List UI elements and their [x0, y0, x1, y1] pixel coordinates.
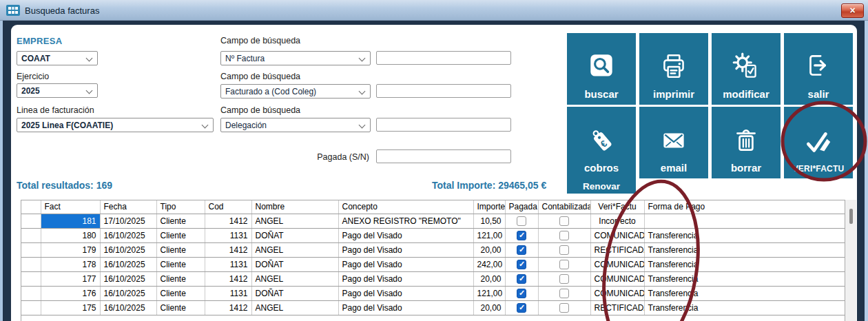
cell-concepto[interactable]: Pago del Visado: [338, 271, 473, 286]
cell-cod[interactable]: 1412: [205, 271, 251, 286]
cell-verifactu[interactable]: COMUNICADA: [590, 257, 644, 271]
cell-tipo[interactable]: Cliente: [156, 242, 205, 257]
contabilizada-checkbox[interactable]: [559, 260, 569, 269]
column-header-pagada[interactable]: Pagada: [505, 200, 538, 214]
ejercicio-select[interactable]: 2025: [17, 83, 98, 98]
column-header-forma-de-pago[interactable]: Forma de Pago: [644, 200, 845, 214]
campo-busqueda-input-3[interactable]: [376, 118, 511, 132]
pagada-checkbox[interactable]: [517, 274, 526, 284]
pagada-checkbox[interactable]: [517, 231, 526, 240]
cell-cod[interactable]: 1412: [205, 300, 251, 315]
column-header-nombre[interactable]: Nombre: [251, 200, 338, 214]
salir-button[interactable]: salir: [784, 33, 853, 105]
cell-fecha[interactable]: 17/10/2025: [100, 214, 156, 228]
cell-fact[interactable]: 180: [41, 228, 100, 242]
cell-importe[interactable]: 20,00: [473, 242, 505, 257]
cell-contabilizada[interactable]: [538, 300, 590, 315]
cell-nombre[interactable]: ANGEL: [251, 214, 338, 228]
cell-concepto[interactable]: Pago del Visado: [338, 257, 473, 271]
column-header-fact[interactable]: Fact: [41, 200, 100, 214]
cell-forma-pago[interactable]: Transferencia: [644, 271, 845, 286]
cell-verifactu[interactable]: COMUNICADA: [590, 228, 644, 242]
borrar-button[interactable]: borrar: [712, 107, 781, 178]
cell-pagada[interactable]: [505, 286, 538, 300]
email-button[interactable]: email: [639, 107, 708, 178]
cell-nombre[interactable]: ANGEL: [251, 271, 338, 286]
pagada-checkbox[interactable]: [517, 260, 526, 269]
cell-verifactu[interactable]: COMUNICADA: [590, 271, 644, 286]
vertical-scrollbar[interactable]: [845, 200, 856, 321]
cell-forma-pago[interactable]: [644, 214, 845, 228]
column-header-fecha[interactable]: Fecha: [100, 200, 156, 214]
cell-forma-pago[interactable]: Transferencia: [644, 286, 845, 300]
contabilizada-checkbox[interactable]: [559, 245, 569, 255]
cell-concepto[interactable]: Pago del Visado: [338, 286, 473, 300]
cell-fact[interactable]: 178: [41, 257, 100, 271]
cell-nombre[interactable]: ANGEL: [251, 300, 338, 315]
campo-busqueda-select-2[interactable]: Facturado a (Cod Coleg): [220, 84, 371, 99]
cell-forma-pago[interactable]: Transferencia: [644, 228, 845, 242]
contabilizada-checkbox[interactable]: [559, 216, 569, 226]
cell-pagada[interactable]: [505, 214, 538, 228]
cell-fecha[interactable]: 16/10/2025: [100, 242, 156, 257]
cell-concepto[interactable]: Pago del Visado: [338, 228, 473, 242]
buscar-button[interactable]: buscar: [567, 33, 636, 105]
cell-pagada[interactable]: [505, 300, 538, 315]
cell-verifactu[interactable]: COMUNICADA: [590, 286, 644, 300]
cell-contabilizada[interactable]: [538, 271, 590, 286]
cell-tipo[interactable]: Cliente: [156, 257, 205, 271]
cell-nombre[interactable]: ANGEL: [251, 242, 338, 257]
cell-importe[interactable]: 10,50: [473, 214, 505, 228]
contabilizada-checkbox[interactable]: [559, 289, 569, 298]
linea-facturacion-select[interactable]: 2025 Linea F(COAATIE): [17, 118, 214, 132]
cell-fact[interactable]: 179: [41, 242, 100, 257]
cell-concepto[interactable]: ANEXO REGISTRO "REMOTO": [338, 214, 473, 228]
cell-cod[interactable]: 1131: [205, 257, 251, 271]
cell-forma-pago[interactable]: Transferencia: [644, 242, 845, 257]
row-selector-cell[interactable]: [21, 257, 41, 271]
cell-importe[interactable]: 20,00: [473, 300, 505, 315]
contabilizada-checkbox[interactable]: [559, 231, 569, 240]
pagada-checkbox[interactable]: [517, 289, 526, 298]
contabilizada-checkbox[interactable]: [559, 303, 569, 313]
campo-busqueda-input-2[interactable]: [376, 84, 511, 98]
cell-nombre[interactable]: DOÑAT: [251, 228, 338, 242]
cell-cod[interactable]: 1412: [205, 214, 251, 228]
contabilizada-checkbox[interactable]: [559, 274, 569, 284]
cell-verifactu[interactable]: RECTIFICADA: [590, 242, 644, 257]
cell-cod[interactable]: 1412: [205, 242, 251, 257]
cell-tipo[interactable]: Cliente: [156, 286, 205, 300]
cell-fecha[interactable]: 16/10/2025: [100, 271, 156, 286]
cell-concepto[interactable]: Pago del Visado: [338, 242, 473, 257]
pagada-checkbox[interactable]: [517, 245, 526, 255]
imprimir-button[interactable]: imprimir: [639, 33, 708, 105]
renovar-button[interactable]: Renovar: [567, 178, 636, 194]
cell-verifactu[interactable]: RECTIFICADA: [590, 300, 644, 315]
cell-contabilizada[interactable]: [538, 257, 590, 271]
cell-fact[interactable]: 175: [41, 300, 100, 315]
cell-importe[interactable]: 121,00: [473, 228, 505, 242]
cell-pagada[interactable]: [505, 257, 538, 271]
cell-fecha[interactable]: 16/10/2025: [100, 228, 156, 242]
pagada-sn-input[interactable]: [376, 149, 511, 163]
empresa-select[interactable]: COAAT: [17, 51, 98, 65]
verifactu-button[interactable]: VERI*FACTU: [784, 107, 853, 178]
column-header-contabilizada[interactable]: Contabilizada: [538, 200, 590, 214]
row-selector-cell[interactable]: [21, 300, 41, 315]
cell-fact[interactable]: 181: [41, 214, 100, 228]
pagada-checkbox[interactable]: [517, 216, 526, 226]
campo-busqueda-select-1[interactable]: Nº Factura: [220, 51, 371, 65]
cell-pagada[interactable]: [505, 228, 538, 242]
cell-tipo[interactable]: Cliente: [156, 214, 205, 228]
cell-contabilizada[interactable]: [538, 242, 590, 257]
cell-pagada[interactable]: [505, 271, 538, 286]
row-selector-cell[interactable]: [21, 228, 41, 242]
pagada-checkbox[interactable]: [517, 303, 526, 313]
column-header-veri-factu[interactable]: Veri*Factu: [590, 200, 644, 214]
column-header-tipo[interactable]: Tipo: [156, 200, 205, 214]
cell-verifactu[interactable]: Incorrecto: [590, 214, 644, 228]
cell-contabilizada[interactable]: [538, 214, 590, 228]
modificar-button[interactable]: modificar: [712, 33, 781, 105]
cell-concepto[interactable]: Pago del Visado: [338, 300, 473, 315]
cell-tipo[interactable]: Cliente: [156, 271, 205, 286]
